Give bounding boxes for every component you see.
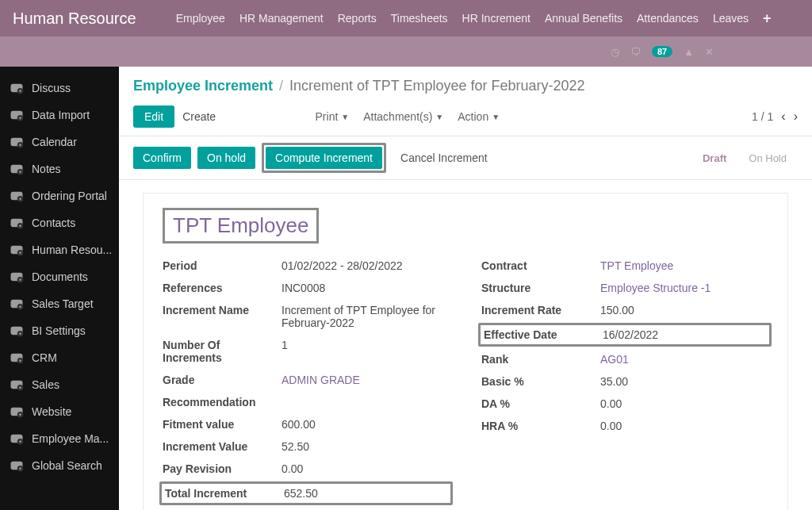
sidebar-label: Human Resou... (32, 243, 112, 256)
create-button[interactable]: Create (182, 110, 216, 123)
app-icon (10, 432, 24, 445)
nav-attendances[interactable]: Attendances (637, 12, 699, 25)
total-increment-highlight: Total Increment652.50 (159, 481, 453, 505)
sidebar-item-global-search[interactable]: Global Search (0, 452, 119, 479)
sidebar-item-discuss[interactable]: Discuss (0, 75, 119, 102)
num-increments-value: 1 (282, 339, 450, 351)
breadcrumb-root[interactable]: Employee Increment (133, 78, 273, 94)
contract-label: Contract (481, 259, 600, 272)
total-increment-label: Total Increment (165, 487, 284, 500)
app-icon (10, 243, 24, 256)
attachments-dropdown[interactable]: Attachment(s)▼ (363, 110, 443, 123)
effective-date-value: 16/02/2022 (603, 328, 766, 341)
nav-timesheets[interactable]: Timesheets (391, 12, 448, 25)
app-icon (10, 324, 24, 337)
num-increments-label: Number Of Increments (163, 339, 282, 364)
bell-icon[interactable]: ▲ (684, 46, 694, 58)
action-row: Confirm On hold Compute Increment Cancel… (119, 136, 812, 180)
sidebar-item-bi-settings[interactable]: BI Settings (0, 317, 119, 344)
record-title-highlight: TPT Employee (163, 208, 319, 243)
sidebar-label: CRM (32, 351, 57, 364)
activity-icon[interactable]: ◷ (611, 46, 619, 58)
action-dropdown[interactable]: Action▼ (458, 110, 500, 123)
pager: 1 / 1 ‹ › (752, 109, 798, 124)
app-icon (10, 82, 24, 94)
edit-button[interactable]: Edit (133, 105, 174, 128)
grade-label: Grade (163, 374, 282, 386)
sidebar-item-calendar[interactable]: Calendar (0, 128, 119, 155)
pager-prev-icon[interactable]: ‹ (781, 109, 785, 124)
sidebar-item-ordering-portal[interactable]: Ordering Portal (0, 182, 119, 209)
sidebar-label: Website (32, 405, 71, 418)
basic-pct-label: Basic % (481, 375, 600, 388)
caret-down-icon: ▼ (492, 113, 500, 121)
sidebar-item-sales-target[interactable]: Sales Target (0, 290, 119, 317)
nav-hr-management[interactable]: HR Management (239, 12, 324, 25)
sidebar-item-contacts[interactable]: Contacts (0, 209, 119, 236)
sidebar-item-notes[interactable]: Notes (0, 155, 119, 182)
references-label: References (163, 282, 282, 294)
sidebar-item-employee-management[interactable]: Employee Ma... (0, 425, 119, 452)
cancel-increment-button[interactable]: Cancel Increment (393, 147, 496, 169)
status-draft[interactable]: Draft (691, 148, 737, 169)
app-icon (10, 190, 24, 202)
app-sidebar: Discuss Data Import Calendar Notes Order… (0, 67, 119, 510)
sidebar-item-website[interactable]: Website (0, 398, 119, 425)
form-right-column: ContractTPT Employee StructureEmployee S… (481, 255, 768, 507)
app-icon (10, 217, 24, 229)
sidebar-label: Documents (32, 270, 88, 283)
pay-revision-value: 0.00 (282, 462, 450, 475)
onhold-button[interactable]: On hold (197, 147, 255, 169)
status-onhold[interactable]: On Hold (737, 148, 798, 169)
form-left-column: Period01/02/2022 - 28/02/2022 References… (163, 255, 450, 507)
nav-add-icon[interactable]: + (763, 10, 772, 27)
sidebar-label: Calendar (32, 136, 77, 148)
sidebar-label: Notes (32, 163, 61, 175)
sidebar-label: Data Import (32, 109, 90, 121)
app-icon (10, 297, 24, 310)
sidebar-item-documents[interactable]: Documents (0, 263, 119, 290)
pager-next-icon[interactable]: › (794, 109, 798, 124)
brand-title[interactable]: Human Resource (13, 10, 136, 28)
sidebar-item-sales[interactable]: Sales (0, 371, 119, 398)
nav-annual-benefits[interactable]: Annual Benefits (545, 12, 622, 25)
breadcrumb-current: Increment of TPT Employee for February-2… (289, 78, 585, 94)
period-value: 01/02/2022 - 28/02/2022 (282, 259, 450, 272)
app-icon (10, 459, 24, 472)
basic-pct-value: 35.00 (600, 375, 768, 388)
structure-label: Structure (481, 282, 600, 294)
compute-increment-highlight: Compute Increment (262, 143, 386, 173)
increment-rate-label: Increment Rate (481, 304, 600, 316)
nav-employee[interactable]: Employee (176, 12, 225, 25)
sidebar-label: Ordering Portal (32, 190, 107, 202)
nav-leaves[interactable]: Leaves (713, 12, 749, 25)
record-title: TPT Employee (173, 213, 308, 238)
compute-increment-button[interactable]: Compute Increment (266, 147, 382, 169)
messages-icon[interactable]: 🗨 (630, 46, 641, 58)
print-dropdown[interactable]: Print▼ (316, 110, 350, 123)
sidebar-item-crm[interactable]: CRM (0, 344, 119, 371)
total-increment-value: 652.50 (284, 487, 447, 500)
fitment-value: 600.00 (282, 418, 450, 431)
close-util-icon[interactable]: ✕ (705, 46, 714, 58)
grade-value[interactable]: ADMIN GRADE (282, 374, 450, 386)
sidebar-label: Discuss (32, 82, 71, 94)
rank-label: Rank (481, 353, 600, 366)
contract-value[interactable]: TPT Employee (600, 259, 768, 272)
notification-badge[interactable]: 87 (652, 46, 672, 57)
effective-date-highlight: Effective Date16/02/2022 (478, 323, 772, 347)
sidebar-label: BI Settings (32, 324, 86, 337)
top-navbar: Human Resource Employee HR Management Re… (0, 0, 812, 36)
structure-value[interactable]: Employee Structure -1 (600, 282, 768, 294)
sidebar-item-data-import[interactable]: Data Import (0, 102, 119, 128)
increment-name-label: Increment Name (163, 304, 282, 316)
confirm-button[interactable]: Confirm (133, 147, 191, 169)
app-icon (10, 378, 24, 391)
user-menu[interactable] (725, 46, 799, 58)
sidebar-label: Global Search (32, 459, 102, 472)
sidebar-item-human-resource[interactable]: Human Resou... (0, 236, 119, 263)
rank-value[interactable]: AG01 (600, 353, 768, 366)
nav-reports[interactable]: Reports (338, 12, 377, 25)
control-row: Edit Create Print▼ Attachment(s)▼ Action… (119, 102, 812, 136)
nav-hr-increment[interactable]: HR Increment (462, 12, 530, 25)
